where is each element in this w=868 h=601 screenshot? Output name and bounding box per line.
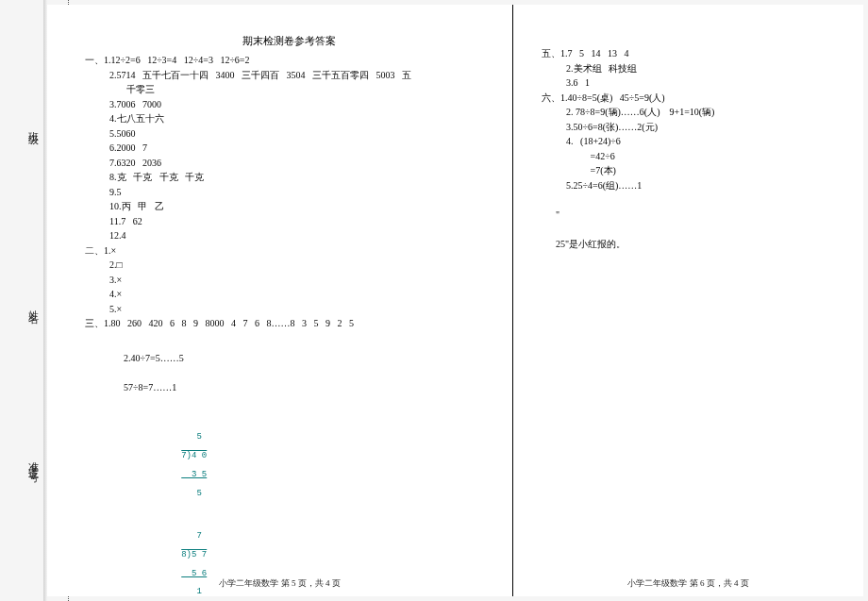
q6-5: 5.25÷4=6(组)……1	[542, 178, 844, 193]
q1-5: 5.5060	[85, 126, 493, 142]
left-column: 期末检测卷参考答案 一、1.12÷2=6 12÷3=4 12÷4=3 12÷6=…	[47, 5, 512, 596]
q6-note: " 25"是小红报的。	[542, 192, 844, 266]
q6-4b: =7(本)	[542, 163, 844, 178]
q1-3: 3.7006 7000	[85, 97, 493, 112]
q1-7: 7.6320 2036	[85, 156, 493, 171]
q5-2: 2.美术组 科技组	[542, 61, 844, 76]
footer-left: 小学二年级数学 第 5 页，共 4 页	[47, 577, 512, 591]
q2-5: 5.×	[85, 302, 493, 317]
right-column: 五、1.7 5 14 13 4 2.美术组 科技组 3.6 1 六、1.40÷8…	[512, 5, 863, 596]
q1-12: 12.4	[85, 228, 493, 243]
q6-3: 3.50÷6=8(张)……2(元)	[542, 120, 844, 135]
q2-4: 4.×	[85, 287, 493, 302]
q6-1: 六、1.40÷8=5(桌) 45÷5=9(人)	[542, 91, 844, 106]
q1-9: 9.5	[85, 185, 493, 200]
q2-3: 3.×	[85, 273, 493, 288]
q5-1: 五、1.7 5 14 13 4	[542, 46, 844, 61]
q5-3: 3.6 1	[542, 75, 844, 91]
id-label: 准考证号：	[26, 453, 41, 482]
footer-right: 小学二年级数学 第 6 页，共 4 页	[513, 577, 863, 591]
long-division-1-2: 5 7)4 0 3 5 5 7 8)5 7 5 6 1	[85, 409, 493, 601]
q6-4a: =42÷6	[542, 149, 844, 164]
q2-2: 2.□	[85, 258, 493, 273]
q3-1: 三、1.80 260 420 6 8 9 8000 4 7 6 8……8 3 5…	[85, 316, 493, 331]
q1-2-cont: 千零三	[85, 82, 493, 97]
name-label: 姓名：	[26, 302, 41, 324]
q3-2a: 2.40÷7=5……5	[124, 353, 184, 363]
answer-key-title: 期末检测卷参考答案	[85, 33, 493, 49]
q1-2: 2.5714 五千七百一十四 3400 三千四百 3504 三千五百零四 500…	[85, 68, 493, 83]
q6-2: 2. 78÷8=9(辆)……6(人) 9+1=10(辆)	[542, 105, 844, 120]
q1-11: 11.7 62	[85, 214, 493, 229]
q1-10: 10.丙 甲 乙	[85, 199, 493, 214]
q1-8: 8.克 千克 千克 千克	[85, 170, 493, 185]
q1-6: 6.2000 7	[85, 141, 493, 156]
page: 期末检测卷参考答案 一、1.12÷2=6 12÷3=4 12÷4=3 12÷6=…	[47, 5, 863, 596]
q1-4: 4.七八五十六	[85, 111, 493, 126]
class-label: 班级：	[26, 123, 41, 144]
q3-2b: 57÷8=7……1	[124, 382, 176, 392]
q2-1: 二、1.×	[85, 243, 493, 259]
q6-4: 4. (18+24)÷6	[542, 134, 844, 149]
q3-2-line: 2.40÷7=5……5 57÷8=7……1	[85, 337, 493, 410]
q1-1: 一、1.12÷2=6 12÷3=4 12÷4=3 12÷6=2	[85, 53, 493, 68]
division-1: 5 7)4 0 3 5 5	[141, 425, 207, 509]
q6-note-quote: "	[556, 209, 559, 220]
q6-note-text: 25"是小红报的。	[556, 239, 626, 249]
